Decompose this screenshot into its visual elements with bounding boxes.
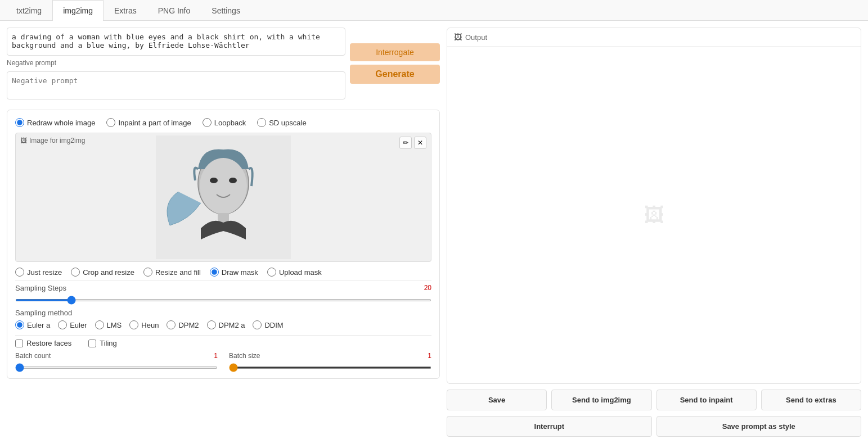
output-header: 🖼 Output	[447, 28, 861, 47]
tab-settings[interactable]: Settings	[201, 0, 251, 21]
image-area-label: 🖼 Image for img2img	[20, 137, 85, 144]
mode-radio-group: Redraw whole image Inpaint a part of ima…	[15, 118, 431, 127]
sampling-steps-section: Sampling Steps 20	[15, 284, 431, 303]
svg-point-2	[200, 158, 247, 214]
interrupt-button[interactable]: Interrupt	[447, 416, 652, 437]
image-upload-area[interactable]: 🖼 Image for img2img	[15, 133, 431, 262]
batch-size-value: 1	[428, 352, 431, 362]
mode-card: Redraw whole image Inpaint a part of ima…	[7, 110, 440, 379]
resize-just[interactable]: Just resize	[15, 268, 62, 277]
action-buttons-row: Save Send to img2img Send to inpaint Sen…	[447, 390, 861, 410]
generate-button[interactable]: Generate	[350, 65, 440, 84]
uploaded-image	[156, 135, 291, 259]
save-prompt-as-style-button[interactable]: Save prompt as style	[656, 416, 862, 437]
tab-bar: txt2img img2img Extras PNG Info Settings	[0, 0, 868, 21]
method-lms[interactable]: LMS	[95, 320, 122, 329]
resize-upload-mask[interactable]: Upload mask	[267, 268, 322, 277]
sampling-steps-label: Sampling Steps	[15, 284, 66, 292]
sampling-method-section: Sampling method Euler a Euler LMS	[15, 309, 431, 329]
restore-faces-checkbox[interactable]: Restore faces	[15, 339, 71, 347]
method-ddim[interactable]: DDIM	[253, 320, 283, 329]
mode-redraw[interactable]: Redraw whole image	[15, 118, 95, 127]
send-to-inpaint-button[interactable]: Send to inpaint	[656, 390, 757, 410]
mode-sd-upscale[interactable]: SD upscale	[257, 118, 306, 127]
tiling-checkbox[interactable]: Tiling	[88, 339, 117, 347]
left-panel: a drawing of a woman with blue eyes and …	[7, 28, 440, 437]
sampling-method-group: Euler a Euler LMS Heun	[15, 320, 431, 329]
batch-size-label: Batch size	[229, 352, 260, 360]
batch-size-slider[interactable]	[229, 366, 431, 369]
output-area: 🖼 Output 🖼	[447, 28, 861, 384]
resize-mode-group: Just resize Crop and resize Resize and f…	[15, 268, 431, 277]
extras-checkboxes: Restore faces Tiling	[15, 339, 431, 347]
interrogate-button[interactable]: Interrogate	[350, 43, 440, 61]
prompt-input[interactable]: a drawing of a woman with blue eyes and …	[7, 28, 345, 56]
batch-count-slider[interactable]	[15, 366, 218, 369]
mode-inpaint[interactable]: Inpaint a part of image	[106, 118, 191, 127]
batch-count-section: Batch count 1	[15, 352, 218, 370]
negative-prompt-input[interactable]	[7, 71, 345, 99]
sampling-steps-slider[interactable]	[15, 299, 431, 301]
batch-count-label: Batch count	[15, 352, 51, 360]
svg-point-4	[229, 178, 237, 183]
tab-txt2img[interactable]: txt2img	[6, 0, 52, 21]
batch-row: Batch count 1 Batch size 1	[15, 352, 431, 370]
action-buttons-row2: Interrupt Save prompt as style	[447, 416, 861, 437]
output-body: 🖼	[447, 47, 861, 383]
send-to-img2img-button[interactable]: Send to img2img	[551, 390, 651, 410]
edit-image-button[interactable]: ✏	[399, 137, 412, 149]
prompt-area: a drawing of a woman with blue eyes and …	[7, 28, 440, 99]
send-to-extras-button[interactable]: Send to extras	[761, 390, 861, 410]
output-label: Output	[465, 33, 487, 42]
method-heun[interactable]: Heun	[129, 320, 159, 329]
main-layout: a drawing of a woman with blue eyes and …	[0, 21, 868, 444]
method-euler[interactable]: Euler	[58, 320, 87, 329]
mode-loopback[interactable]: Loopback	[203, 118, 246, 127]
right-panel: 🖼 Output 🖼 Save Send to img2img Send to …	[447, 28, 861, 437]
resize-crop[interactable]: Crop and resize	[71, 268, 134, 277]
save-button[interactable]: Save	[447, 390, 547, 410]
sampling-method-label: Sampling method	[15, 309, 431, 317]
batch-size-section: Batch size 1	[229, 352, 431, 370]
method-dpm2a[interactable]: DPM2 a	[207, 320, 245, 329]
negative-prompt-label: Negative prompt	[7, 59, 345, 67]
image-area-actions: ✏ ✕	[399, 137, 426, 149]
tab-img2img[interactable]: img2img	[52, 0, 104, 21]
batch-count-value: 1	[214, 352, 218, 362]
sampling-steps-value: 20	[424, 284, 431, 292]
prompts-col: a drawing of a woman with blue eyes and …	[7, 28, 345, 99]
svg-point-3	[210, 178, 218, 183]
resize-draw-mask[interactable]: Draw mask	[210, 268, 258, 277]
tab-png-info[interactable]: PNG Info	[147, 0, 201, 21]
close-image-button[interactable]: ✕	[414, 137, 426, 149]
app-container: txt2img img2img Extras PNG Info Settings…	[0, 0, 868, 448]
method-dpm2[interactable]: DPM2	[167, 320, 199, 329]
method-euler-a[interactable]: Euler a	[15, 320, 50, 329]
resize-fill[interactable]: Resize and fill	[143, 268, 201, 277]
output-placeholder-icon: 🖼	[644, 203, 664, 227]
tab-extras[interactable]: Extras	[104, 0, 147, 21]
